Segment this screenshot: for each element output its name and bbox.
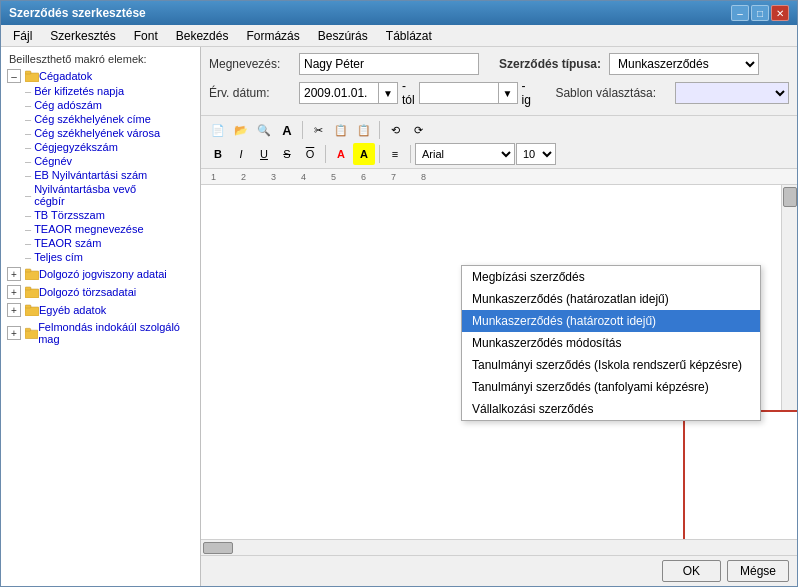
leaf-ber-kifizetés[interactable]: –Bér kifizetés napja	[23, 84, 196, 98]
folder-icon-jogviszony	[25, 268, 39, 280]
tb-search[interactable]: 🔍	[253, 119, 275, 141]
main-content: Beilleszthető makró elemek: – Cégadatok …	[1, 47, 797, 586]
menu-insert[interactable]: Beszúrás	[310, 27, 376, 45]
tb-align[interactable]: ≡	[384, 143, 406, 165]
tb-sep-2	[379, 121, 380, 139]
tb-highlight[interactable]: A	[353, 143, 375, 165]
folder-icon	[25, 70, 39, 82]
folder-icon-torzsadatai	[25, 286, 39, 298]
leaf-teaor-szam[interactable]: –TEAOR szám	[23, 236, 196, 250]
tree-children-cegadatok: –Bér kifizetés napja –Cég adószám –Cég s…	[23, 84, 196, 264]
leaf-ceg-adoszam[interactable]: –Cég adószám	[23, 98, 196, 112]
date-to-picker[interactable]: ▼	[499, 82, 518, 104]
tree-node-torzsadatai-header[interactable]: + Dolgozó törzsadatai	[5, 284, 196, 300]
leaf-eb-nyilv[interactable]: –EB Nyilvántartási szám	[23, 168, 196, 182]
tree-node-egyeb-header[interactable]: + Egyéb adatok	[5, 302, 196, 318]
font-select[interactable]: Arial	[415, 143, 515, 165]
menu-edit[interactable]: Szerkesztés	[42, 27, 123, 45]
tree-expander-jogviszony[interactable]: +	[7, 267, 21, 281]
maximize-button[interactable]: □	[751, 5, 769, 21]
svg-rect-8	[25, 330, 38, 338]
dropdown-item-munk-hatarozott[interactable]: Munkaszerződés (határozott idejű)	[462, 310, 760, 332]
right-panel: Megnevezés: Szerződés típusa: Munkaszerz…	[201, 47, 797, 586]
dropdown-item-megbizasi[interactable]: Megbízási szerződés	[462, 266, 760, 288]
tb-paste[interactable]: 📋	[353, 119, 375, 141]
tree-node-cegadatok-header[interactable]: – Cégadatok	[5, 68, 196, 84]
main-window: Szerződés szerkesztése – □ ✕ Fájl Szerke…	[0, 0, 798, 587]
leaf-tb-torzsszam[interactable]: –TB Törzsszam	[23, 208, 196, 222]
leaf-nyilv-cegbir[interactable]: –Nyilvántartásba vevő cégbír	[23, 182, 196, 208]
ok-button[interactable]: OK	[662, 560, 721, 582]
sidebar-title: Beilleszthető makró elemek:	[5, 51, 196, 67]
contract-type-select[interactable]: Munkaszerződés	[609, 53, 759, 75]
sub-panel[interactable]	[683, 410, 797, 539]
h-scrollbar-thumb[interactable]	[203, 542, 233, 554]
tree-node-jogviszony: + Dolgozó jogviszony adatai	[5, 265, 196, 283]
tree-node-jogviszony-header[interactable]: + Dolgozó jogviszony adatai	[5, 266, 196, 282]
tree-label-jogviszony: Dolgozó jogviszony adatai	[39, 268, 167, 280]
dropdown-item-tanulmany-iskola[interactable]: Tanulmányi szerződés (Iskola rendszerű k…	[462, 354, 760, 376]
menu-table[interactable]: Táblázat	[378, 27, 440, 45]
tb-new[interactable]: 📄	[207, 119, 229, 141]
form-row-date: Érv. dátum: ▼ -tól ▼ -ig Sablon választá…	[209, 79, 789, 107]
tb-copy[interactable]: 📋	[330, 119, 352, 141]
leaf-ceg-szekh-varosa[interactable]: –Cég székhelyének városa	[23, 126, 196, 140]
template-select[interactable]	[675, 82, 789, 104]
svg-rect-6	[25, 307, 39, 316]
leaf-teaor-megn[interactable]: –TEAOR megnevezése	[23, 222, 196, 236]
leaf-teljes-cim[interactable]: –Teljes cím	[23, 250, 196, 264]
tb-font-color[interactable]: A	[330, 143, 352, 165]
dropdown-item-vallalkozasi[interactable]: Vállalkozási szerződés	[462, 398, 760, 420]
tb-open[interactable]: 📂	[230, 119, 252, 141]
date-from-input[interactable]	[299, 82, 379, 104]
tb-overline[interactable]: O	[299, 143, 321, 165]
window-controls: – □ ✕	[731, 5, 789, 21]
dropdown-item-munk-modositas[interactable]: Munkaszerződés módosítás	[462, 332, 760, 354]
tree-expander-egyeb[interactable]: +	[7, 303, 21, 317]
tree-node-torzsadatai: + Dolgozó törzsadatai	[5, 283, 196, 301]
menu-file[interactable]: Fájl	[5, 27, 40, 45]
menu-paragraph[interactable]: Bekezdés	[168, 27, 237, 45]
tree-expander-felmondas[interactable]: +	[7, 326, 21, 340]
menu-font[interactable]: Font	[126, 27, 166, 45]
cancel-button[interactable]: Mégse	[727, 560, 789, 582]
toolbar-row-1: 📄 📂 🔍 A ✂ 📋 📋 ⟲ ⟳	[207, 119, 791, 141]
form-row-name: Megnevezés: Szerződés típusa: Munkaszerz…	[209, 53, 789, 75]
dropdown-item-tanulmany-tanf[interactable]: Tanulmányi szerződés (tanfolyami képzésr…	[462, 376, 760, 398]
tb-cut[interactable]: ✂	[307, 119, 329, 141]
leaf-ceg-szekh-cime[interactable]: –Cég székhelyének címe	[23, 112, 196, 126]
tb-strikethrough[interactable]: S	[276, 143, 298, 165]
leaf-cegjegyzekszam[interactable]: –Cégjegyzékszám	[23, 140, 196, 154]
tb-underline[interactable]: U	[253, 143, 275, 165]
menu-format[interactable]: Formázás	[238, 27, 307, 45]
tb-bold[interactable]: B	[207, 143, 229, 165]
leaf-cegnev[interactable]: –Cégnév	[23, 154, 196, 168]
font-size-select[interactable]: 10	[516, 143, 556, 165]
dropdown-item-munk-hatarozatlan[interactable]: Munkaszerződés (határozatlan idejű)	[462, 288, 760, 310]
svg-rect-0	[25, 73, 39, 82]
menu-bar: Fájl Szerkesztés Font Bekezdés Formázás …	[1, 25, 797, 47]
tb-undo[interactable]: ⟲	[384, 119, 406, 141]
tb-italic[interactable]: I	[230, 143, 252, 165]
tree-label-cegadatok: Cégadatok	[39, 70, 92, 82]
tree-expander-torzsadatai[interactable]: +	[7, 285, 21, 299]
tb-sep-3	[325, 145, 326, 163]
close-button[interactable]: ✕	[771, 5, 789, 21]
tb-redo[interactable]: ⟳	[407, 119, 429, 141]
minimize-button[interactable]: –	[731, 5, 749, 21]
date-to-input[interactable]	[419, 82, 499, 104]
svg-rect-4	[25, 289, 39, 298]
tree-node-felmondas-header[interactable]: + Felmondás indokáúl szolgáló mag	[5, 320, 196, 346]
name-input[interactable]	[299, 53, 479, 75]
tree-expander-cegadatok[interactable]: –	[7, 69, 21, 83]
h-scrollbar-row	[201, 539, 797, 555]
tb-spellcheck[interactable]: A	[276, 119, 298, 141]
tree-node-egyeb: + Egyéb adatok	[5, 301, 196, 319]
date-from-picker[interactable]: ▼	[379, 82, 398, 104]
tb-sep-1	[302, 121, 303, 139]
window-title: Szerződés szerkesztése	[9, 6, 146, 20]
h-scrollbar[interactable]	[201, 540, 797, 555]
tree-node-cegadatok: – Cégadatok –Bér kifizetés napja –Cég ad…	[5, 67, 196, 265]
scrollbar-thumb[interactable]	[783, 187, 797, 207]
tree-label-felmondas: Felmondás indokáúl szolgáló mag	[38, 321, 194, 345]
